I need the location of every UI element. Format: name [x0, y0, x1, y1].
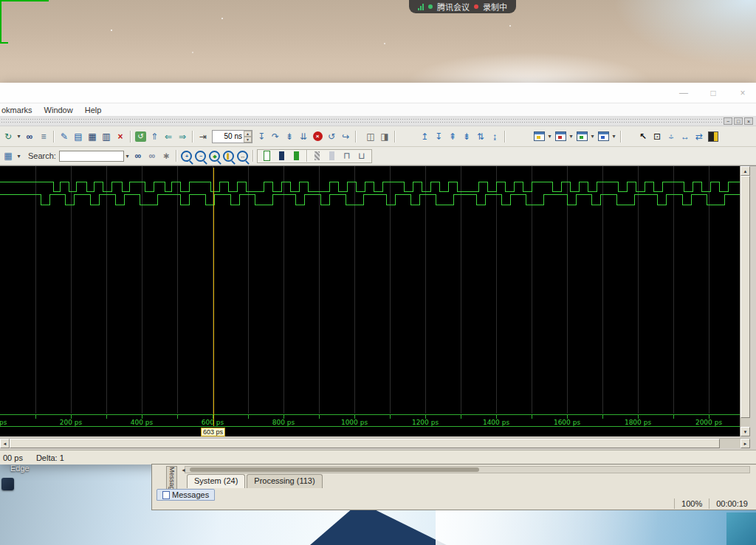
- dock-handle[interactable]: [1, 119, 722, 123]
- zoom-out-icon[interactable]: −: [194, 150, 207, 162]
- stretch-mode-icon[interactable]: ↔: [678, 130, 692, 143]
- pane-minimize-button[interactable]: −: [724, 117, 732, 125]
- zoom-cursor-icon[interactable]: ▌: [222, 150, 236, 162]
- environment-up-icon[interactable]: ⇑: [148, 130, 161, 143]
- format-group-icon[interactable]: [311, 150, 324, 162]
- restart-icon[interactable]: ↺: [135, 131, 146, 142]
- scroll-left-button[interactable]: ◄: [0, 439, 10, 448]
- zoom-full-icon[interactable]: ◆: [208, 150, 221, 162]
- add-list-icon[interactable]: [554, 130, 567, 143]
- pane-restore-button[interactable]: □: [734, 117, 743, 125]
- format-literal-icon[interactable]: [261, 150, 274, 162]
- run-length-up-button[interactable]: ▲: [244, 131, 252, 137]
- profile-icon[interactable]: ◫: [364, 130, 377, 143]
- wave-signal-0[interactable]: [0, 182, 740, 191]
- wave-edit-icon[interactable]: [707, 130, 720, 143]
- menu-item-okmarks[interactable]: okmarks: [1, 106, 32, 114]
- run-length-down-button[interactable]: ▼: [244, 137, 252, 143]
- menu-item-help[interactable]: Help: [85, 106, 102, 114]
- tab-messages[interactable]: Messages: [157, 489, 215, 501]
- add-list-caret-icon[interactable]: ▾: [568, 130, 574, 143]
- add-log-icon[interactable]: [575, 130, 588, 143]
- delete-icon[interactable]: ×: [114, 130, 127, 143]
- exchange-mode-icon[interactable]: ⇄: [693, 130, 706, 143]
- previous-transition-icon[interactable]: ↥: [418, 130, 431, 143]
- scroll-up-button[interactable]: ▲: [740, 166, 750, 176]
- falling-edge-icon[interactable]: ⊔: [355, 150, 368, 162]
- desktop-icon-edge-label[interactable]: Edge: [10, 464, 30, 473]
- run-icon[interactable]: ⇟: [283, 130, 296, 143]
- zoom-mode-icon[interactable]: ⊡: [650, 130, 664, 143]
- pan-mode-icon[interactable]: ↔↕: [664, 130, 678, 143]
- layout-icon[interactable]: ▦: [1, 150, 15, 162]
- add-dataflow-caret-icon[interactable]: ▾: [611, 130, 617, 143]
- add-log-caret-icon[interactable]: ▾: [589, 130, 596, 143]
- wave-display[interactable]: 0 ps200 ps400 ps600 ps800 ps1000 ps1200 …: [0, 166, 740, 436]
- scroll-down-button[interactable]: ▼: [740, 427, 750, 436]
- timeline-label: 1000 ps: [341, 419, 368, 426]
- format-logic-icon[interactable]: [275, 150, 289, 162]
- wave-vertical-scrollbar[interactable]: ▲ ▼: [740, 166, 750, 436]
- add-dataflow-icon[interactable]: [597, 130, 610, 143]
- rising-edge-icon[interactable]: ⊓: [340, 150, 354, 162]
- memory-icon[interactable]: ▦: [86, 130, 99, 143]
- panel-tab-processing[interactable]: Processing (113): [247, 474, 322, 488]
- menu-item-window[interactable]: Window: [44, 106, 73, 114]
- format-analog-icon[interactable]: [326, 150, 339, 162]
- zoom-range-icon[interactable]: ↔: [236, 150, 250, 162]
- coverage-icon[interactable]: ◨: [378, 130, 391, 143]
- add-wave-icon[interactable]: [532, 130, 546, 143]
- toolbar-separator: [130, 131, 131, 143]
- find-icon[interactable]: ∞: [23, 130, 36, 143]
- window-maximize-button[interactable]: □: [704, 86, 722, 100]
- horizontal-scroll-thumb[interactable]: [10, 439, 720, 448]
- next-edge-icon[interactable]: ⇟: [460, 130, 473, 143]
- zoom-in-icon[interactable]: +: [180, 150, 193, 162]
- panel-horizontal-scrollbar[interactable]: [185, 466, 750, 473]
- wave-horizontal-scrollbar[interactable]: ◄ ►: [0, 438, 750, 448]
- insertion-up-icon[interactable]: ⇅: [474, 130, 487, 143]
- step-over-icon[interactable]: ↷: [269, 130, 282, 143]
- continue-run-icon[interactable]: ↪: [339, 130, 352, 143]
- refresh-icon[interactable]: ↻: [1, 130, 15, 143]
- cursor-time-flag[interactable]: 603 ps: [201, 428, 225, 436]
- environment-forward-icon[interactable]: ⇒: [176, 130, 189, 143]
- search-input[interactable]: [59, 151, 124, 162]
- select-mode-icon[interactable]: ↖: [636, 130, 650, 143]
- wave-signal-1[interactable]: [0, 194, 740, 205]
- insertion-down-icon[interactable]: ↨: [488, 130, 501, 143]
- panel-scroll-thumb[interactable]: [190, 467, 479, 472]
- find-previous-icon[interactable]: ∞: [145, 150, 159, 162]
- edit-source-icon[interactable]: ✎: [58, 130, 71, 143]
- next-transition-icon[interactable]: ↧: [432, 130, 445, 143]
- find-next-icon[interactable]: ∞: [131, 150, 145, 162]
- panel-tab-system[interactable]: System (24): [187, 474, 245, 488]
- callstack-icon[interactable]: ≡: [37, 130, 50, 143]
- panel-collapse-button[interactable]: ◄: [180, 467, 187, 473]
- search-caret-icon[interactable]: ▾: [124, 150, 131, 162]
- format-event-icon[interactable]: [290, 150, 303, 162]
- vertical-scroll-thumb[interactable]: [740, 176, 750, 418]
- layout-caret-icon[interactable]: ▾: [16, 150, 22, 162]
- window-minimize-button[interactable]: —: [675, 86, 693, 100]
- previous-edge-icon[interactable]: ⇞: [446, 130, 459, 143]
- environment-back-icon[interactable]: ⇐: [162, 130, 175, 143]
- meeting-recording-indicator[interactable]: 腾讯会议 录制中: [409, 0, 516, 13]
- record-dot-icon: [474, 4, 478, 9]
- refresh-caret-icon[interactable]: ▾: [16, 130, 22, 143]
- add-wave-caret-icon[interactable]: ▾: [546, 130, 553, 143]
- desktop-shortcut-icon[interactable]: [1, 478, 14, 490]
- scroll-right-button[interactable]: ►: [740, 439, 750, 448]
- window-close-button[interactable]: ×: [734, 86, 752, 100]
- pane-close-button[interactable]: ×: [744, 117, 753, 125]
- run-all-icon[interactable]: ⇊: [297, 130, 310, 143]
- copy-icon[interactable]: ▤: [72, 130, 85, 143]
- break-icon[interactable]: ×: [311, 130, 324, 143]
- restart-sim-icon[interactable]: ↺: [325, 130, 338, 143]
- run-length-icon[interactable]: ⇥: [196, 130, 210, 143]
- dataset-icon[interactable]: ▥: [100, 130, 113, 143]
- search-options-icon[interactable]: ∗: [159, 150, 173, 162]
- run-length-input[interactable]: [213, 131, 244, 143]
- step-icon[interactable]: ↧: [255, 130, 268, 143]
- messages-tab-icon: [162, 491, 170, 499]
